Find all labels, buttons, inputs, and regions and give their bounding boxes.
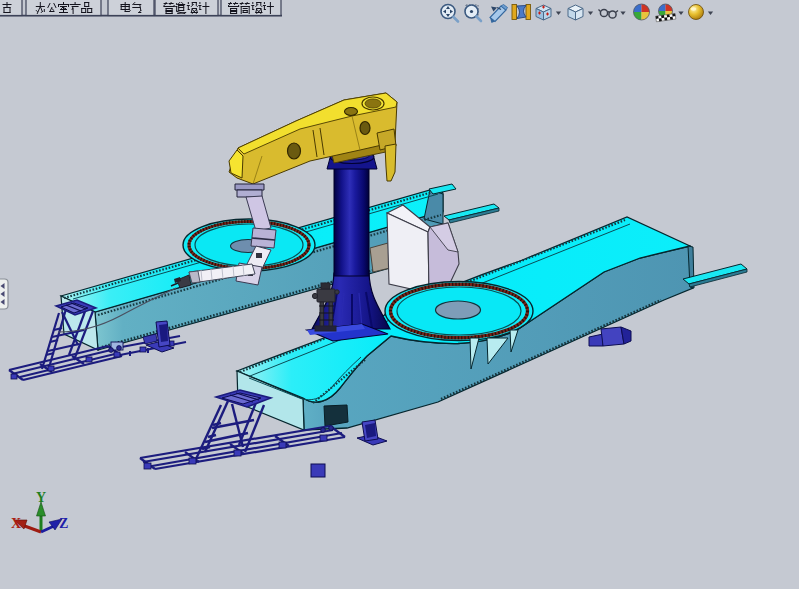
svg-text:X: X <box>11 516 21 531</box>
svg-text:Z: Z <box>59 516 68 531</box>
svg-text:Y: Y <box>36 490 46 505</box>
